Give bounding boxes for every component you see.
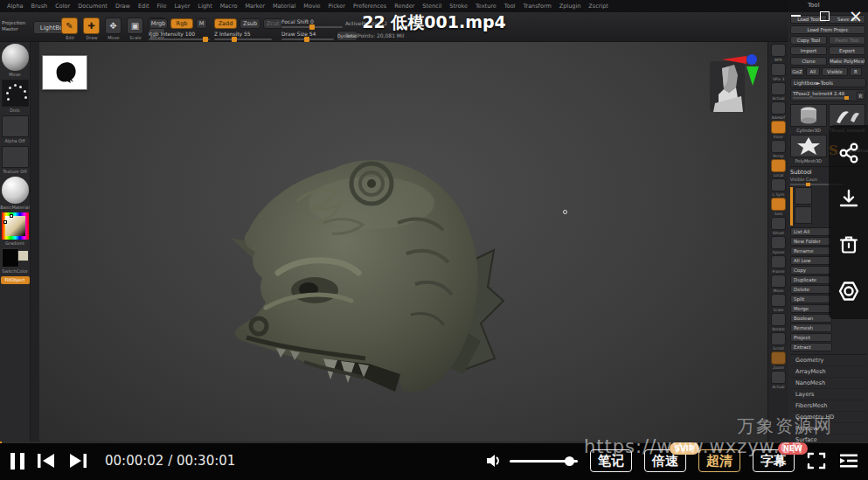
menu-item[interactable]: Macro bbox=[220, 3, 238, 10]
subtool-action-button[interactable]: Copy bbox=[790, 266, 832, 275]
right-shelf-button[interactable]: Floor bbox=[768, 121, 788, 139]
download-icon[interactable] bbox=[837, 187, 861, 212]
menu-item[interactable]: Zplugin bbox=[559, 3, 581, 10]
right-shelf-button[interactable]: L.Sym bbox=[768, 178, 788, 197]
subtool-action-button[interactable]: Duplicate bbox=[790, 275, 832, 284]
right-shelf-button[interactable]: Scale bbox=[768, 294, 788, 312]
menu-item[interactable]: Picker bbox=[329, 3, 345, 10]
tool-button[interactable]: Paste Tool bbox=[829, 36, 865, 45]
tool-button[interactable]: R bbox=[850, 67, 862, 76]
previous-button[interactable] bbox=[37, 453, 56, 469]
share-icon[interactable] bbox=[837, 141, 861, 165]
mode-button[interactable]: ✚ Draw bbox=[83, 17, 101, 40]
subtool-action-button[interactable]: New Folder bbox=[790, 237, 832, 246]
menu-item[interactable]: Texture bbox=[476, 3, 496, 10]
menu-item[interactable]: Draw bbox=[115, 3, 130, 10]
tool-thumb-polymesh[interactable]: PolyMesh3D bbox=[790, 135, 827, 163]
subtool-action-button[interactable]: List All bbox=[790, 227, 832, 236]
menu-item[interactable]: Tool bbox=[504, 3, 516, 10]
tool-thumb-cylinder[interactable]: Cylinder3D bbox=[790, 104, 827, 133]
right-shelf-button[interactable]: SPix 3 bbox=[768, 63, 788, 81]
menu-item[interactable]: Render bbox=[394, 3, 414, 10]
trash-icon[interactable] bbox=[837, 233, 861, 257]
mrgb-button[interactable]: Mrgb bbox=[149, 18, 168, 29]
volume-icon[interactable] bbox=[485, 453, 503, 469]
zbrush-canvas[interactable] bbox=[31, 42, 767, 442]
lightbox-tools-bar[interactable]: Lightbox►Tools bbox=[790, 78, 866, 87]
right-shelf-button[interactable]: Actual bbox=[768, 371, 788, 389]
menu-item[interactable]: Alpha bbox=[7, 3, 23, 10]
pause-button[interactable] bbox=[10, 453, 24, 470]
subtool-item[interactable] bbox=[795, 187, 812, 205]
menu-item[interactable]: Brush bbox=[31, 3, 47, 10]
right-shelf-button[interactable]: Scroll bbox=[768, 332, 788, 351]
subtool-action-button[interactable]: All Low bbox=[790, 256, 832, 265]
menu-item[interactable]: Light bbox=[198, 3, 212, 10]
color-swatches[interactable] bbox=[2, 248, 29, 268]
z-intensity-slider[interactable]: Z Intensity 55 bbox=[214, 31, 272, 41]
tool-button[interactable]: Make PolyMesh3D bbox=[829, 57, 865, 66]
menu-item[interactable]: Document bbox=[78, 3, 108, 10]
texture-thumbnail[interactable] bbox=[2, 146, 29, 168]
subpalette-header[interactable]: ArrayMesh bbox=[790, 366, 866, 378]
draw-size-slider[interactable]: Draw Size 54 bbox=[281, 31, 334, 41]
notes-button[interactable]: 笔记 bbox=[590, 449, 632, 472]
right-shelf-button[interactable]: Local bbox=[768, 159, 788, 177]
menu-item[interactable]: Marker bbox=[245, 3, 264, 10]
orientation-gizmo[interactable] bbox=[706, 52, 762, 115]
zsub-button[interactable]: Zsub bbox=[240, 18, 260, 29]
menu-item[interactable]: Zscript bbox=[588, 3, 608, 10]
subtool-action-button[interactable]: Extract bbox=[790, 343, 832, 351]
subpalette-header[interactable]: Layers bbox=[790, 389, 866, 400]
tool-button[interactable]: Import bbox=[790, 46, 827, 55]
tool-button[interactable]: Visible bbox=[822, 67, 848, 76]
focal-shift-slider[interactable]: Focal Shift 0 bbox=[281, 18, 343, 29]
subtool-action-button[interactable]: Delete bbox=[790, 285, 832, 294]
material-thumbnail[interactable] bbox=[2, 177, 29, 204]
color-picker[interactable] bbox=[2, 212, 29, 240]
right-shelf-button[interactable]: Solo bbox=[768, 198, 788, 216]
right-shelf-button[interactable]: Persp bbox=[768, 140, 788, 158]
subtool-action-button[interactable]: Project bbox=[790, 333, 832, 342]
zadd-button[interactable]: Zadd bbox=[214, 18, 237, 29]
stroke-thumbnail[interactable] bbox=[2, 80, 29, 107]
maximize-button[interactable] bbox=[820, 11, 830, 21]
subtool-item[interactable] bbox=[795, 206, 812, 224]
menu-item[interactable]: Edit bbox=[138, 3, 149, 10]
right-shelf-button[interactable]: Xpose bbox=[768, 236, 788, 254]
subtool-action-button[interactable]: Remesh bbox=[790, 323, 832, 332]
right-shelf-button[interactable]: Actual bbox=[768, 82, 788, 101]
right-shelf-button[interactable]: Zoom bbox=[768, 351, 788, 370]
right-shelf-button[interactable]: Rotate bbox=[768, 313, 788, 331]
menu-item[interactable]: Stroke bbox=[449, 3, 468, 10]
menu-item[interactable]: Stencil bbox=[422, 3, 441, 10]
tool-button[interactable]: Clone bbox=[790, 57, 827, 66]
subpalette-header[interactable]: FibersMesh bbox=[790, 400, 866, 412]
mode-button[interactable]: ▣ Scale bbox=[127, 17, 144, 40]
alpha-thumbnail[interactable] bbox=[2, 115, 29, 137]
subtool-action-button[interactable]: Merge bbox=[790, 304, 832, 313]
menu-item[interactable]: Material bbox=[273, 3, 295, 10]
m-button[interactable]: M bbox=[196, 18, 207, 29]
close-button[interactable]: × bbox=[849, 10, 863, 21]
quality-button[interactable]: 超清 bbox=[698, 449, 740, 472]
right-shelf-button[interactable]: Ghost bbox=[768, 217, 788, 235]
menu-item[interactable]: Preferences bbox=[353, 3, 386, 10]
fill-object-button[interactable]: FillObject bbox=[1, 276, 30, 284]
minimize-button[interactable] bbox=[791, 15, 801, 17]
subtool-action-button[interactable]: Rename bbox=[790, 247, 832, 255]
right-shelf-button[interactable]: Move bbox=[768, 275, 788, 293]
volume-slider[interactable] bbox=[510, 460, 578, 463]
rgb-intensity-slider[interactable]: Rgb Intensity 100 bbox=[149, 31, 210, 41]
subpalette-header[interactable]: Geometry bbox=[790, 355, 866, 366]
subpalette-header[interactable]: NanoMesh bbox=[790, 378, 866, 389]
menu-item[interactable]: File bbox=[157, 3, 167, 10]
mode-button[interactable]: ✎ Edit bbox=[61, 17, 79, 40]
tool-button[interactable]: GoZ bbox=[790, 67, 804, 76]
subtitles-button[interactable]: 字幕 NEW bbox=[753, 449, 795, 472]
current-tool-r-button[interactable]: R bbox=[857, 92, 865, 100]
mode-button[interactable]: ✥ Move bbox=[105, 17, 122, 40]
speed-button[interactable]: 倍速 SVIP bbox=[644, 449, 686, 472]
tool-button[interactable]: Export bbox=[829, 46, 865, 55]
next-button[interactable] bbox=[68, 453, 87, 469]
